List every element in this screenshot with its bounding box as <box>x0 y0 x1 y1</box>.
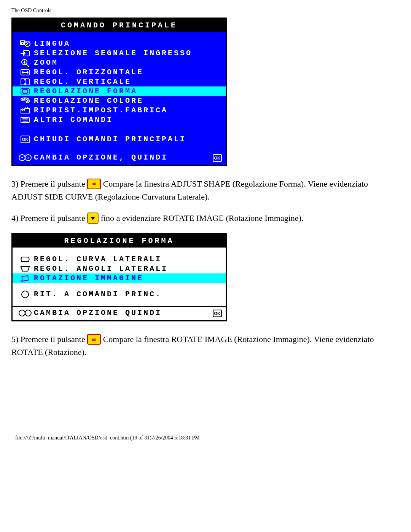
osd-footer-label: CAMBIA OPZIONE, QUINDI <box>34 153 206 162</box>
menu-close-label: CHIUDI COMANDI PRINCIPALI <box>34 135 222 144</box>
osd-main-menu: COMANDO PRINCIPALE LINGUA <box>11 18 227 166</box>
menu-item-zoom[interactable]: ZOOM <box>13 58 226 67</box>
input-signal-icon <box>16 49 34 58</box>
svg-point-8 <box>26 99 27 99</box>
menu-back[interactable]: RIT. A COMANDI PRINC. <box>13 283 226 304</box>
side-angle-icon <box>16 265 34 273</box>
osd-shape-title: REGOLAZIONE FORMA <box>13 234 226 248</box>
step4-pre: 4) Premere il pulsante <box>11 213 87 223</box>
shape-adjust-icon <box>16 87 34 96</box>
factory-reset-icon <box>16 106 34 115</box>
menu-item-label: REGOLAZIONE FORMA <box>34 87 222 96</box>
footer-file-path: file:///Z|/multi_manual/ITALIAN/OSD/osd_… <box>11 435 400 446</box>
ok-icon: OK <box>213 308 222 317</box>
menu-item-label: REGOL. CURVA LATERALI <box>34 255 222 264</box>
page-header: The OSD Controls <box>11 8 400 14</box>
osd-shape-footer: CAMBIA OPZIONE QUINDI OK <box>13 306 226 320</box>
ok-button-icon: ad <box>87 179 101 189</box>
menu-item-label: ALTRI COMANDI <box>34 115 222 124</box>
svg-point-9 <box>27 100 28 101</box>
svg-point-7 <box>24 98 25 99</box>
side-curve-icon <box>16 255 34 264</box>
up-down-icon <box>16 309 34 317</box>
menu-item-vertical[interactable]: REGOL. VERTICALE <box>13 77 226 86</box>
menu-item-horizontal[interactable]: REGOL. ORIZZONTALE <box>13 67 226 77</box>
instruction-step-4: 4) Premere il pulsante fino a evidenziar… <box>11 212 400 225</box>
rotate-image-icon <box>16 274 34 283</box>
menu-item-label: ZOOM <box>34 58 222 67</box>
color-adjust-icon <box>16 97 34 105</box>
menu-item-side-angle[interactable]: REGOL. ANGOLI LATERALI <box>13 264 226 273</box>
zoom-icon <box>16 59 34 67</box>
menu-item-label: RIPRIST.IMPOST.FABRICA <box>34 106 222 115</box>
svg-point-6 <box>22 99 23 99</box>
menu-item-shape[interactable]: REGOLAZIONE FORMA <box>13 86 226 96</box>
language-icon <box>16 40 34 48</box>
menu-item-label: REGOL. ANGOLI LATERALI <box>34 264 222 273</box>
extra-controls-icon <box>16 116 34 124</box>
menu-item-label: REGOL. VERTICALE <box>34 77 222 86</box>
menu-back-label: RIT. A COMANDI PRINC. <box>34 290 222 299</box>
back-down-icon <box>16 290 34 299</box>
menu-item-factory[interactable]: RIPRIST.IMPOST.FABRICA <box>13 105 226 115</box>
ok-icon: OK <box>16 136 34 143</box>
horizontal-adjust-icon <box>16 68 34 77</box>
instruction-step-5: 5) Premere il pulsante ad Compare la fin… <box>11 333 400 359</box>
svg-rect-13 <box>22 276 29 281</box>
menu-item-label: REGOL. ORIZZONTALE <box>34 68 222 77</box>
ok-icon: OK <box>213 153 222 162</box>
up-down-icon <box>16 153 34 162</box>
instruction-step-3: 3) Premere il pulsante ad Compare la fin… <box>11 177 400 203</box>
menu-item-lingua[interactable]: LINGUA <box>13 39 226 48</box>
step5-pre: 5) Premere il pulsante <box>11 334 87 344</box>
osd-main-footer: CAMBIA OPZIONE, QUINDI OK <box>13 152 226 165</box>
step3-pre: 3) Premere il pulsante <box>11 179 87 189</box>
osd-main-title: COMANDO PRINCIPALE <box>13 19 226 32</box>
menu-item-rotate[interactable]: ROTAZIONE IMMAGINE <box>13 273 226 283</box>
osd-shape-menu: REGOLAZIONE FORMA REGOL. CURVA LATERALI … <box>11 233 227 321</box>
osd-footer-label: CAMBIA OPZIONE QUINDI <box>34 308 206 317</box>
menu-item-label: REGOLAZIONE COLORE <box>34 96 222 105</box>
menu-item-input[interactable]: SELEZIONE SEGNALE INGRESSO <box>13 48 226 58</box>
menu-close[interactable]: OK CHIUDI COMANDI PRINCIPALI <box>13 134 226 144</box>
vertical-adjust-icon <box>16 78 34 86</box>
menu-item-label: LINGUA <box>34 39 222 48</box>
menu-item-label: ROTAZIONE IMMAGINE <box>34 274 222 283</box>
menu-item-color[interactable]: REGOLAZIONE COLORE <box>13 96 226 105</box>
menu-item-side-curve[interactable]: REGOL. CURVA LATERALI <box>13 254 226 264</box>
ok-button-icon: ad <box>87 334 101 345</box>
down-button-icon <box>87 212 99 224</box>
step4-post: fino a evidenziare ROTATE IMAGE (Rotazio… <box>101 213 304 223</box>
menu-item-label: SELEZIONE SEGNALE INGRESSO <box>34 49 222 58</box>
menu-item-extra[interactable]: ALTRI COMANDI <box>13 115 226 125</box>
